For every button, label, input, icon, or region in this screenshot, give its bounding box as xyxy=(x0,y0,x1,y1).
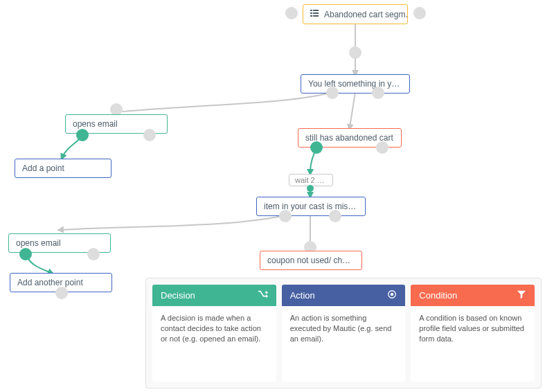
anchor-wait-bottom[interactable] xyxy=(307,185,314,192)
toolbox-condition-title: Condition xyxy=(419,290,457,301)
node-wait-2-days-label: wait 2 days xyxy=(295,176,333,184)
anchor-opens2-yes[interactable] xyxy=(19,248,32,260)
svg-rect-0 xyxy=(310,10,312,11)
node-opens-email-1-label: opens email xyxy=(73,119,118,129)
anchor-opens1-no[interactable] xyxy=(143,129,156,141)
anchor-email1-bl[interactable] xyxy=(326,87,339,99)
svg-rect-2 xyxy=(310,12,312,14)
anchor-another-bottom[interactable] xyxy=(55,287,68,299)
target-icon xyxy=(387,289,397,301)
toolbox-decision-desc: A decision is made when a contact decide… xyxy=(152,306,276,351)
node-item-missing[interactable]: item in your cast is missin... xyxy=(256,197,366,216)
toolbox-condition[interactable]: Condition A condition is based on known … xyxy=(411,285,535,382)
anchor-stillcart-no[interactable] xyxy=(376,141,388,154)
toolbox-decision[interactable]: Decision A decision is made when a conta… xyxy=(152,285,276,382)
svg-rect-1 xyxy=(313,10,319,11)
node-add-point[interactable]: Add a point xyxy=(15,159,111,178)
node-add-point-label: Add a point xyxy=(22,163,64,173)
anchor-itemmissing-bl[interactable] xyxy=(279,210,292,222)
anchor-email1-br[interactable] xyxy=(372,87,384,99)
node-item-missing-label: item in your cast is missin... xyxy=(264,202,366,211)
toolbox-condition-desc: A condition is based on known profile fi… xyxy=(411,306,535,351)
node-email-1-label: You left something in you... xyxy=(308,79,408,89)
node-coupon[interactable]: coupon not used/ checkin... xyxy=(260,251,362,270)
event-toolbox: Decision A decision is made when a conta… xyxy=(145,278,542,389)
node-add-another-point-label: Add another point xyxy=(17,278,83,287)
anchor-opens2-no[interactable] xyxy=(87,248,100,260)
toolbox-action-desc: An action is something executed by Mauti… xyxy=(282,306,406,351)
svg-rect-5 xyxy=(313,15,319,17)
node-opens-email-2-label: opens email xyxy=(16,238,61,248)
anchor-start-left[interactable] xyxy=(285,7,298,19)
node-start-label: Abandoned cart segm... xyxy=(324,10,408,19)
node-start-segment[interactable]: Abandoned cart segm... xyxy=(303,4,408,24)
anchor-stillcart-yes[interactable] xyxy=(310,141,323,154)
svg-rect-4 xyxy=(310,15,312,17)
filter-icon xyxy=(517,289,526,301)
toolbox-decision-title: Decision xyxy=(161,290,195,301)
svg-rect-3 xyxy=(313,12,319,14)
toolbox-action-title: Action xyxy=(290,290,315,301)
svg-point-7 xyxy=(391,293,393,296)
node-email-1[interactable]: You left something in you... xyxy=(301,74,410,93)
toolbox-action[interactable]: Action An action is something executed b… xyxy=(282,285,406,382)
node-coupon-label: coupon not used/ checkin... xyxy=(267,256,362,265)
list-icon xyxy=(310,9,319,19)
anchor-start-bottom[interactable] xyxy=(349,46,361,59)
shuffle-icon xyxy=(258,289,268,301)
anchor-opens1-yes[interactable] xyxy=(76,129,89,141)
anchor-start-right[interactable] xyxy=(413,7,426,19)
anchor-itemmissing-br[interactable] xyxy=(329,210,341,222)
